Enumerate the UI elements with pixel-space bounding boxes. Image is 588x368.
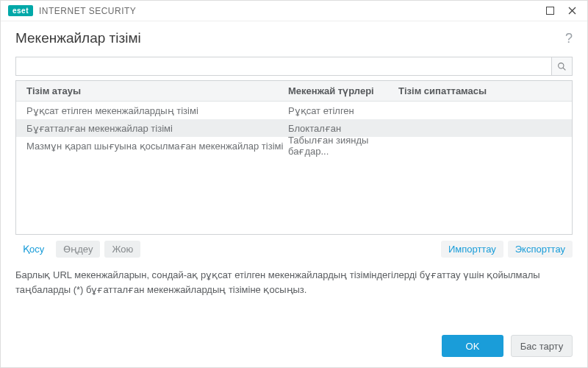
cell-name: Бұғатталған мекенжайлар тізімі [16, 123, 288, 134]
add-button[interactable]: Қосу [15, 241, 51, 258]
close-icon [568, 7, 576, 15]
svg-point-1 [559, 63, 564, 68]
export-button[interactable]: Экспорттау [508, 241, 573, 258]
app-window: eset INTERNET SECURITY Мекенжайлар тізім… [0, 0, 588, 368]
col-header-types[interactable]: Мекенжай түрлері [288, 85, 398, 96]
table-row[interactable]: Мазмұн қарап шығуына қосылмаған мекенжай… [16, 137, 572, 155]
table-row[interactable]: Рұқсат етілген мекенжайлардың тізімі Рұқ… [16, 102, 572, 119]
search-input[interactable] [16, 57, 551, 75]
window-maximize-button[interactable] [539, 2, 561, 20]
ok-button[interactable]: OK [442, 335, 503, 357]
square-icon [546, 7, 554, 15]
edit-button[interactable]: Өңдеу [56, 241, 100, 258]
cell-name: Рұқсат етілген мекенжайлардың тізімі [16, 105, 288, 116]
svg-rect-0 [546, 7, 553, 15]
cell-types: Табылған зиянды бағдар... [288, 135, 398, 157]
titlebar: eset INTERNET SECURITY [1, 1, 587, 21]
help-button[interactable]: ? [565, 31, 573, 46]
brand-product: INTERNET SECURITY [39, 6, 136, 16]
import-button[interactable]: Импорттау [441, 241, 503, 258]
cell-types: Рұқсат етілген [288, 105, 398, 116]
table-body: Рұқсат етілген мекенжайлардың тізімі Рұқ… [16, 102, 572, 234]
dialog-footer: OK Бас тарту [15, 325, 573, 357]
window-close-button[interactable] [561, 2, 583, 20]
cancel-button[interactable]: Бас тарту [511, 335, 573, 357]
search-button[interactable] [551, 57, 572, 75]
svg-line-2 [563, 68, 565, 70]
content-area: Мекенжайлар тізімі ? Тізім атауы Мекенжа… [1, 21, 587, 367]
delete-button[interactable]: Жою [104, 241, 140, 258]
brand-badge: eset [8, 5, 33, 16]
search-bar [15, 57, 573, 76]
address-list-table: Тізім атауы Мекенжай түрлері Тізім сипат… [15, 80, 573, 235]
col-header-name[interactable]: Тізім атауы [16, 85, 288, 96]
hint-text: Барлық URL мекенжайларын, сондай-ақ рұқс… [15, 268, 573, 297]
cell-name: Мазмұн қарап шығуына қосылмаған мекенжай… [16, 141, 288, 152]
table-header: Тізім атауы Мекенжай түрлері Тізім сипат… [16, 81, 572, 102]
page-title: Мекенжайлар тізімі [15, 30, 141, 46]
action-row: Қосу Өңдеу Жою Импорттау Экспорттау [15, 241, 573, 258]
col-header-desc[interactable]: Тізім сипаттамасы [398, 85, 572, 96]
cell-types: Блокталған [288, 123, 398, 134]
search-icon [557, 62, 567, 71]
